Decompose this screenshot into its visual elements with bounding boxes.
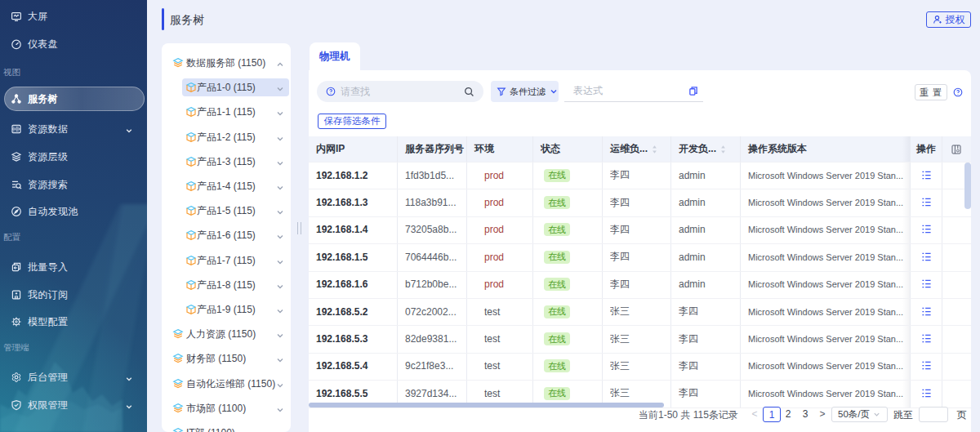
tree-node[interactable]: 产品1-2 (115) (162, 128, 291, 146)
tree-node[interactable]: 财务部 (1150) (162, 350, 291, 367)
operations-icon[interactable] (921, 389, 932, 399)
chevron-down-icon[interactable] (275, 256, 285, 265)
tree-node[interactable]: 产品1-5 (115) (162, 202, 291, 220)
table-row[interactable]: 192.168.1.6b712b0be...prod在线李四adminMicro… (309, 271, 971, 298)
chevron-down-icon[interactable] (275, 206, 285, 216)
chevron-down-icon (873, 411, 880, 418)
table-row[interactable]: 192.168.1.21fd3b1d5...prod在线李四adminMicro… (309, 162, 971, 189)
condition-filter-button[interactable]: 条件过滤 (491, 81, 559, 102)
tree-node[interactable]: 自动化运维部 (1150) (162, 375, 291, 393)
shield-icon (11, 399, 22, 411)
table-row[interactable]: 192.168.5.382de9381...test在线张三李四Microsof… (309, 325, 971, 352)
pagination-next[interactable]: > (817, 408, 827, 420)
page-size-select[interactable]: 50条/页 (831, 407, 888, 422)
tree-node[interactable]: 市场部 (1100) (162, 399, 291, 417)
chevron-down-icon[interactable] (275, 354, 285, 363)
tree-node[interactable]: IT部 (1100) (162, 424, 291, 432)
pagination-prev[interactable]: < (750, 408, 760, 420)
tree-node[interactable]: 产品1-1 (115) (162, 103, 291, 121)
operations-icon[interactable] (921, 361, 932, 371)
tree-node[interactable]: 产品1-7 (115) (162, 252, 291, 269)
sidebar-item-1[interactable]: 仪表盘 (0, 33, 147, 56)
pagination-page-3[interactable]: 3 (796, 407, 814, 422)
sidebar-item-14[interactable]: 权限管理 (0, 394, 147, 416)
tree-node-label: 市场部 (1100) (186, 399, 246, 417)
sidebar-item-4[interactable]: 资源数据 (0, 118, 147, 140)
operations-icon[interactable] (921, 252, 932, 262)
sidebar-item-9[interactable]: 批量导入 (0, 256, 147, 278)
model-icon (11, 316, 22, 327)
tree-node[interactable]: 产品1-8 (115) (162, 276, 291, 294)
chevron-down-icon[interactable] (275, 107, 285, 117)
sidebar-item-3[interactable]: 服务树 (0, 87, 147, 110)
tree-node[interactable]: 产品1-6 (115) (162, 226, 291, 244)
chevron-down-icon[interactable] (275, 280, 285, 290)
column-divider (602, 136, 603, 408)
chevron-down-icon[interactable] (275, 428, 285, 432)
sidebar-item-10[interactable]: 我的订阅 (0, 283, 147, 306)
vertical-scrollbar[interactable] (964, 163, 971, 209)
cell-status: 在线 (544, 325, 602, 352)
operations-icon[interactable] (921, 307, 932, 317)
status-badge: 在线 (544, 387, 570, 400)
column-divider (466, 136, 467, 408)
sidebar-item-13[interactable]: 后台管理 (0, 366, 147, 389)
cell-ip: 192.168.5.4 (316, 353, 397, 380)
chevron-up-icon[interactable] (275, 58, 285, 68)
authorize-button[interactable]: 授权 (926, 11, 971, 28)
help-icon[interactable] (953, 87, 963, 97)
table-row[interactable]: 192.168.1.3118a3b91...prod在线李四adminMicro… (309, 189, 971, 216)
expression-input[interactable]: 表达式 (564, 81, 703, 102)
panel-resize-handle[interactable] (297, 222, 301, 234)
tree-node[interactable]: 产品1-9 (115) (162, 301, 291, 318)
column-settings-button[interactable] (942, 136, 972, 162)
cell-serial: 82de9381... (405, 325, 466, 352)
reset-button[interactable]: 重 置 (915, 84, 947, 100)
pagination-page-2[interactable]: 2 (779, 407, 797, 422)
copy-icon[interactable] (688, 86, 698, 96)
authorize-label: 授权 (946, 13, 965, 27)
operations-icon[interactable] (921, 198, 932, 207)
sidebar-section-label: 管理端 (3, 342, 29, 354)
table-row[interactable]: 192.168.5.2072c2002...test在线张三李四Microsof… (309, 298, 971, 325)
chevron-down-icon[interactable] (275, 82, 285, 92)
sidebar-item-5[interactable]: 资源层级 (0, 145, 147, 168)
column-header[interactable]: 运维负... (610, 136, 670, 162)
sidebar-item-0[interactable]: 大屏 (0, 5, 147, 28)
tree-node[interactable]: 产品1-3 (115) (162, 153, 291, 171)
column-header[interactable]: 开发负... (679, 136, 740, 162)
operations-icon[interactable] (921, 171, 932, 180)
cell-operations (911, 353, 942, 380)
pagination-page-1[interactable]: 1 (763, 407, 781, 422)
chevron-down-icon[interactable] (275, 329, 285, 339)
operations-icon[interactable] (921, 334, 932, 344)
tree-node[interactable]: 产品1-0 (115) (162, 78, 291, 96)
sidebar-item-11[interactable]: 模型配置 (0, 310, 147, 333)
pagination-jump-input[interactable] (919, 407, 948, 422)
sidebar-item-6[interactable]: 资源搜索 (0, 173, 147, 196)
search-input[interactable]: 请查找 (317, 81, 483, 102)
table-row[interactable]: 192.168.1.57064446b...prod在线李四adminMicro… (309, 243, 971, 270)
chevron-down-icon[interactable] (275, 157, 285, 167)
chevron-down-icon[interactable] (275, 379, 285, 389)
horizontal-scrollbar[interactable] (309, 403, 664, 408)
chevron-down-icon[interactable] (275, 230, 285, 240)
table-row[interactable]: 192.168.1.473205a8b...prod在线李四adminMicro… (309, 216, 971, 243)
tree-node[interactable]: 数据服务部 (1150) (162, 54, 291, 72)
operations-icon[interactable] (921, 279, 932, 289)
chevron-down-icon[interactable] (275, 181, 285, 191)
chevron-down-icon[interactable] (275, 403, 285, 413)
operations-icon[interactable] (921, 225, 932, 234)
status-badge: 在线 (544, 196, 570, 209)
tree-node[interactable]: 产品1-4 (115) (162, 177, 291, 195)
sidebar-item-7[interactable]: 自动发现池 (0, 200, 147, 223)
chevron-down-icon[interactable] (275, 305, 285, 314)
tab-physical-machine[interactable]: 物理机 (310, 42, 360, 70)
cell-dev-owner: admin (679, 271, 740, 298)
sorter-icon[interactable] (652, 145, 657, 154)
save-filter-button[interactable]: 保存筛选条件 (318, 114, 386, 129)
chevron-down-icon[interactable] (275, 132, 285, 142)
table-row[interactable]: 192.168.5.49c21f8e3...test在线张三李四Microsof… (309, 353, 971, 380)
sorter-icon[interactable] (720, 145, 726, 154)
tree-node[interactable]: 人力资源 (1150) (162, 325, 291, 343)
